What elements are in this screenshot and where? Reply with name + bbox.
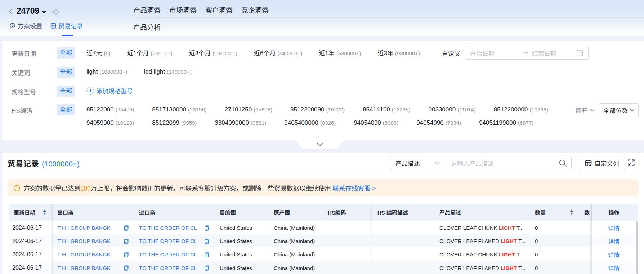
filter-option[interactable]: 近7天(0) bbox=[86, 48, 111, 57]
filter-option[interactable]: 近3个月(190000+) bbox=[189, 48, 237, 57]
sort-icon[interactable] bbox=[43, 210, 46, 215]
expand-toggle[interactable]: 展开 bbox=[576, 106, 595, 115]
filter-option-count: (23196) bbox=[188, 106, 207, 113]
filter-option[interactable]: 94051199000(6877) bbox=[479, 117, 533, 129]
copy-icon[interactable] bbox=[205, 252, 210, 257]
importer-link[interactable]: TO THE ORDER OF CL bbox=[139, 251, 197, 257]
nav-item-product-insight[interactable]: 产品洞察 bbox=[133, 5, 161, 14]
filter-option[interactable]: 27101250(15808) bbox=[225, 104, 272, 115]
section-title-count[interactable]: (1000000+) bbox=[42, 160, 80, 168]
exporter-link[interactable]: T H I GROUP BANGK bbox=[57, 251, 111, 257]
exporter-link[interactable]: T H I GROUP BANGK bbox=[57, 225, 111, 231]
collapse-filter-tab[interactable] bbox=[295, 140, 344, 149]
nav-item-competitor-insight[interactable]: 竞企洞察 bbox=[241, 5, 269, 14]
column-header-update-date[interactable]: 更新日期 bbox=[9, 204, 52, 221]
column-header-hs-desc[interactable]: HS 编码描述 bbox=[372, 204, 435, 221]
copy-icon[interactable] bbox=[124, 238, 129, 244]
filter-option[interactable]: 近6个月(340000+) bbox=[254, 48, 302, 57]
filter-option[interactable]: 近1年(530000+) bbox=[319, 48, 361, 57]
column-header-quantity[interactable]: 数量 bbox=[529, 204, 578, 221]
filter-all-chip[interactable]: 全部 bbox=[57, 104, 75, 115]
filter-all-chip[interactable]: 全部 bbox=[57, 67, 75, 78]
digits-select[interactable]: 全部位数 bbox=[599, 103, 639, 117]
exporter-link[interactable]: T H I GROUP BANGK bbox=[57, 238, 111, 244]
filter-option[interactable]: 94054990(7334) bbox=[416, 117, 461, 129]
column-header-hs-code[interactable]: HS编码 bbox=[322, 204, 372, 221]
chevron-down-icon[interactable] bbox=[41, 11, 46, 14]
column-header-destination[interactable]: 目的国 bbox=[214, 204, 268, 221]
filter-option[interactable]: 8512200000(10238) bbox=[494, 104, 548, 115]
section-title-text: 贸易记录 bbox=[8, 158, 39, 169]
subnav-item-product-analysis[interactable]: 产品分析 bbox=[133, 22, 161, 32]
copy-icon[interactable] bbox=[205, 265, 210, 271]
column-header-clipped[interactable]: 数 bbox=[578, 204, 592, 221]
importer-link[interactable]: TO THE ORDER OF CL bbox=[139, 265, 197, 271]
filter-option[interactable]: 85122000(25479) bbox=[86, 104, 134, 115]
search-field-select[interactable]: 产品描述 bbox=[390, 156, 445, 170]
cell-clipped bbox=[578, 247, 592, 261]
filter-option[interactable]: 94054090(8306) bbox=[354, 117, 398, 129]
end-date-input[interactable]: 结束日期 bbox=[532, 49, 576, 58]
importer-link[interactable]: TO THE ORDER OF CL bbox=[139, 225, 197, 231]
cell-clipped bbox=[578, 261, 592, 274]
column-header-product[interactable]: 产品描述 bbox=[435, 204, 529, 221]
filter-option[interactable]: 85414100(13235) bbox=[363, 104, 410, 115]
filter-option[interactable]: 3304990000(9681) bbox=[215, 117, 266, 129]
filter-option[interactable]: 近1个月(29000+) bbox=[127, 48, 173, 57]
copy-icon[interactable] bbox=[205, 225, 210, 231]
filter-option-count: (8326) bbox=[320, 120, 336, 126]
filter-all-chip[interactable]: 全部 bbox=[57, 47, 75, 59]
plan-title[interactable]: 24709 bbox=[17, 6, 39, 16]
tab-plan-settings[interactable]: 方案设置 bbox=[9, 21, 42, 30]
info-icon[interactable] bbox=[53, 9, 59, 15]
sort-icon[interactable] bbox=[570, 210, 573, 215]
date-range-picker[interactable]: 开始日期 结束日期 bbox=[465, 46, 589, 60]
copy-icon[interactable] bbox=[205, 238, 210, 244]
filter-option[interactable]: 00330000(11014) bbox=[429, 104, 476, 115]
filter-label-keyword: 关键词 bbox=[12, 68, 55, 77]
column-header-exporter[interactable]: 出口商 bbox=[52, 204, 133, 221]
custom-date-label[interactable]: 自定义 bbox=[442, 49, 460, 58]
start-date-input[interactable]: 开始日期 bbox=[470, 49, 523, 58]
filter-option-count: (25479) bbox=[116, 106, 134, 113]
digits-select-value: 全部位数 bbox=[603, 106, 628, 115]
filter-option[interactable]: 94059900(10120) bbox=[86, 117, 134, 129]
nav-item-market-insight[interactable]: 市场洞察 bbox=[169, 5, 197, 14]
filter-option[interactable]: 85122099(9959) bbox=[152, 117, 197, 129]
filter-option[interactable]: 8512200090(15222) bbox=[290, 104, 345, 115]
filter-option[interactable]: 近3年(980000+) bbox=[378, 48, 420, 57]
search-toolbar: 产品描述 请输入产品描述 bbox=[390, 156, 572, 170]
detail-link[interactable]: 详情 bbox=[608, 224, 620, 232]
back-icon[interactable] bbox=[8, 8, 14, 15]
filter-option[interactable]: light(1000000+) bbox=[86, 68, 127, 76]
nav-item-customer-insight[interactable]: 客户洞察 bbox=[205, 5, 233, 14]
detail-link[interactable]: 详情 bbox=[608, 237, 620, 246]
copy-icon[interactable] bbox=[124, 225, 129, 231]
filter-all-chip[interactable]: 全部 bbox=[57, 86, 75, 97]
search-icon[interactable] bbox=[559, 159, 567, 167]
fullscreen-icon[interactable] bbox=[628, 159, 636, 167]
search-input[interactable]: 请输入产品描述 bbox=[445, 159, 571, 168]
filter-option[interactable]: 9405400000(8326) bbox=[284, 117, 336, 129]
cell-hs-desc bbox=[372, 261, 435, 274]
copy-icon[interactable] bbox=[124, 265, 129, 271]
customize-columns-button[interactable]: 自定义列 bbox=[579, 156, 625, 170]
exporter-link[interactable]: T H I GROUP BANGK bbox=[57, 265, 111, 271]
contact-support-link[interactable]: 联系在线客服 > bbox=[332, 185, 376, 192]
tab-trade-records[interactable]: 贸易记录 bbox=[50, 21, 83, 30]
detail-link[interactable]: 详情 bbox=[608, 250, 620, 259]
scrollbar-thumb[interactable] bbox=[636, 221, 638, 274]
vertical-scrollbar[interactable] bbox=[636, 221, 638, 274]
filter-option[interactable]: 8517130000(23196) bbox=[152, 104, 206, 115]
cell-origin: China (Mainland) bbox=[268, 234, 322, 247]
copy-icon[interactable] bbox=[124, 252, 129, 257]
column-header-origin[interactable]: 原产国 bbox=[268, 204, 322, 221]
column-header-action[interactable]: 操作 bbox=[592, 204, 636, 221]
table-row: 2024-06-17 T H I GROUP BANGK TO THE ORDE… bbox=[9, 247, 636, 261]
detail-link[interactable]: 详情 bbox=[608, 264, 620, 272]
column-header-importer[interactable]: 进口商 bbox=[133, 204, 214, 221]
importer-link[interactable]: TO THE ORDER OF CL bbox=[139, 238, 197, 244]
filter-option[interactable]: led light(140000+) bbox=[144, 68, 191, 76]
cell-product: CLOVER LEAF CHUNK LIGHT T... bbox=[435, 247, 529, 261]
add-spec-model-button[interactable]: 添加规格型号 bbox=[86, 86, 133, 95]
